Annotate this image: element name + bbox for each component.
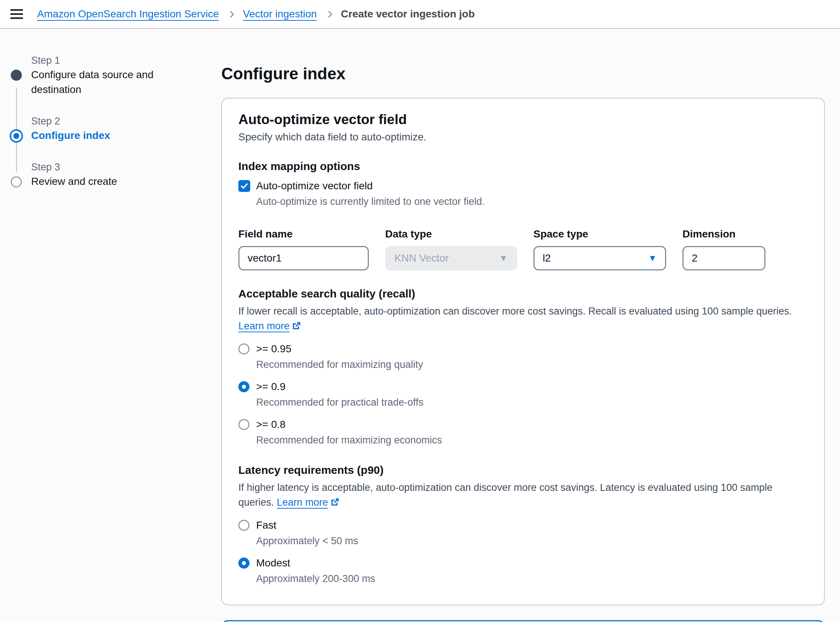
latency-heading: Latency requirements (p90)	[238, 464, 808, 476]
latency-learn-more-link[interactable]: Learn more	[277, 497, 340, 508]
recall-heading: Acceptable search quality (recall)	[238, 288, 808, 300]
stepper-step-3: Step 3 Review and create	[31, 160, 210, 189]
checkbox-description: Auto-optimize is currently limited to on…	[256, 195, 808, 208]
radio-unselected-icon[interactable]	[238, 419, 249, 430]
radio-unselected-icon[interactable]	[238, 520, 249, 531]
external-link-icon	[292, 321, 301, 331]
breadcrumb-vector-ingestion-link[interactable]: Vector ingestion	[243, 8, 316, 20]
step-completed-icon	[11, 70, 22, 81]
breadcrumb: Amazon OpenSearch Ingestion Service Vect…	[37, 8, 475, 20]
create-vector-ingestion-job-page: Amazon OpenSearch Ingestion Service Vect…	[0, 0, 840, 622]
radio-description: Recommended for practical trade-offs	[256, 396, 808, 409]
recall-learn-more-link[interactable]: Learn more	[238, 320, 301, 332]
checkmark-icon	[240, 182, 248, 190]
radio-label[interactable]: >= 0.95	[256, 343, 292, 355]
chevron-right-icon	[325, 11, 332, 17]
step-number-label: Step 1	[31, 53, 210, 67]
recall-description: If lower recall is acceptable, auto-opti…	[238, 304, 808, 334]
breadcrumb-current-page: Create vector ingestion job	[341, 8, 475, 20]
data-type-value: KNN Vector	[394, 252, 449, 264]
space-type-group: Space type l2 ▼	[533, 228, 666, 270]
radio-row[interactable]: >= 0.95	[238, 343, 808, 355]
learn-more-label: Learn more	[238, 320, 290, 332]
space-type-value: l2	[543, 252, 551, 264]
field-name-label: Field name	[238, 228, 369, 240]
radio-selected-icon[interactable]	[238, 381, 249, 392]
space-type-label: Space type	[533, 228, 666, 240]
checkbox-label[interactable]: Auto-optimize vector field	[256, 180, 373, 192]
learn-more-label: Learn more	[277, 497, 328, 508]
data-type-select: KNN Vector ▼	[385, 246, 517, 270]
chevron-down-icon: ▼	[499, 254, 508, 263]
index-fields-row: Field name Data type KNN Vector ▼ Space …	[238, 228, 808, 270]
sidebar-item-step-1[interactable]: Configure data source and destination	[31, 67, 168, 97]
stepper-step-1: Step 1 Configure data source and destina…	[31, 53, 210, 97]
wizard-stepper: Step 1 Configure data source and destina…	[0, 29, 221, 622]
data-type-label: Data type	[385, 228, 517, 240]
sidebar-item-step-2: Configure index	[31, 128, 168, 143]
recall-option-08: >= 0.8 Recommended for maximizing econom…	[238, 419, 808, 447]
radio-unselected-icon[interactable]	[238, 343, 249, 355]
index-mapping-options-heading: Index mapping options	[238, 160, 808, 173]
latency-option-fast: Fast Approximately < 50 ms	[238, 519, 808, 547]
auto-optimize-checkbox-row[interactable]: Auto-optimize vector field	[238, 180, 808, 192]
field-name-group: Field name	[238, 228, 369, 270]
step-active-icon	[10, 129, 23, 143]
sidebar-item-step-3: Review and create	[31, 174, 168, 189]
radio-description: Recommended for maximizing quality	[256, 358, 808, 371]
radio-row[interactable]: >= 0.8	[238, 419, 808, 430]
info-alert: Additional index mappings can be input a…	[221, 620, 825, 622]
stepper-step-2: Step 2 Configure index	[31, 114, 210, 143]
step-number-label: Step 3	[31, 160, 210, 174]
content-area: Step 1 Configure data source and destina…	[0, 29, 840, 622]
breadcrumb-service-link[interactable]: Amazon OpenSearch Ingestion Service	[37, 8, 219, 20]
radio-label[interactable]: Modest	[256, 557, 290, 569]
step-number-label: Step 2	[31, 114, 210, 128]
radio-row[interactable]: Modest	[238, 557, 808, 569]
radio-row[interactable]: Fast	[238, 519, 808, 531]
latency-option-modest: Modest Approximately 200-300 ms	[238, 557, 808, 585]
radio-description: Recommended for maximizing economics	[256, 433, 808, 447]
hamburger-bar	[11, 17, 23, 19]
card-title: Auto-optimize vector field	[238, 112, 808, 127]
space-type-select[interactable]: l2 ▼	[533, 246, 666, 270]
hamburger-menu-icon[interactable]	[11, 9, 23, 19]
external-link-icon	[330, 497, 340, 507]
hamburger-bar	[11, 9, 23, 11]
data-type-group: Data type KNN Vector ▼	[385, 228, 517, 270]
auto-optimize-card: Auto-optimize vector field Specify which…	[221, 98, 825, 605]
radio-row[interactable]: >= 0.9	[238, 381, 808, 393]
recall-description-text: If lower recall is acceptable, auto-opti…	[238, 306, 792, 317]
dimension-label: Dimension	[683, 228, 765, 240]
recall-option-09: >= 0.9 Recommended for practical trade-o…	[238, 381, 808, 409]
chevron-right-icon	[228, 11, 234, 17]
radio-label[interactable]: Fast	[256, 519, 276, 531]
dimension-group: Dimension	[683, 228, 765, 270]
page-title: Configure index	[221, 64, 825, 83]
radio-label[interactable]: >= 0.9	[256, 381, 286, 393]
main-column: Configure index Auto-optimize vector fie…	[221, 29, 840, 622]
radio-label[interactable]: >= 0.8	[256, 419, 286, 430]
chevron-down-icon: ▼	[648, 254, 657, 263]
top-navigation-bar: Amazon OpenSearch Ingestion Service Vect…	[0, 0, 840, 29]
field-name-input[interactable]	[238, 246, 369, 270]
radio-selected-icon[interactable]	[238, 558, 249, 569]
radio-description: Approximately 200-300 ms	[256, 572, 808, 585]
dimension-input[interactable]	[683, 246, 765, 270]
hamburger-bar	[11, 13, 23, 15]
card-subtitle: Specify which data field to auto-optimiz…	[238, 131, 808, 143]
latency-description: If higher latency is acceptable, auto-op…	[238, 480, 808, 510]
radio-description: Approximately < 50 ms	[256, 534, 808, 547]
checkbox-checked-icon[interactable]	[238, 180, 250, 192]
recall-option-095: >= 0.95 Recommended for maximizing quali…	[238, 343, 808, 371]
step-upcoming-icon	[11, 176, 22, 188]
